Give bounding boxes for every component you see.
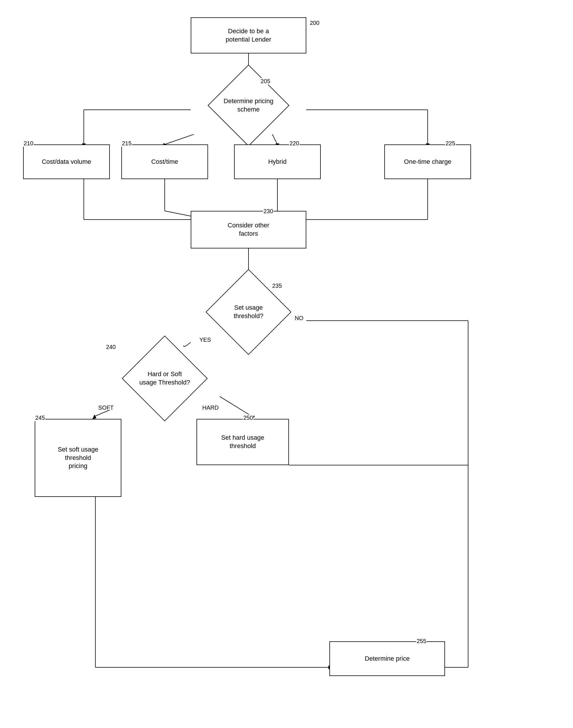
determine-price-box: Determine price bbox=[329, 641, 445, 676]
label-210: 210 bbox=[23, 140, 34, 147]
yes-label: YES bbox=[199, 337, 211, 343]
label-250: 250 bbox=[243, 414, 253, 421]
hybrid-box: Hybrid bbox=[234, 145, 321, 179]
cost-time-box: Cost/time bbox=[121, 145, 208, 179]
set-hard-box: Set hard usagethreshold bbox=[197, 419, 289, 465]
set-usage-diamond: Set usagethreshold? bbox=[191, 280, 306, 344]
no-label: NO bbox=[295, 315, 303, 322]
label-240: 240 bbox=[105, 344, 116, 350]
svg-marker-33 bbox=[93, 415, 96, 419]
one-time-box: One-time charge bbox=[384, 145, 471, 179]
set-soft-box: Set soft usagethresholdpricing bbox=[35, 419, 121, 497]
label-225: 225 bbox=[445, 140, 456, 147]
label-220: 220 bbox=[289, 140, 300, 147]
consider-box: Consider otherfactors bbox=[191, 211, 306, 248]
label-230: 230 bbox=[263, 208, 274, 215]
hard-soft-diamond: Hard or Softusage Threshold? bbox=[110, 347, 220, 410]
label-200: 200 bbox=[309, 20, 320, 26]
label-235: 235 bbox=[272, 283, 282, 289]
hard-label: HARD bbox=[202, 404, 219, 411]
label-255: 255 bbox=[416, 638, 427, 645]
decide-box: Decide to be apotential Lender bbox=[191, 17, 306, 53]
label-215: 215 bbox=[121, 140, 132, 147]
flowchart: Decide to be apotential Lender 200 Deter… bbox=[0, 0, 573, 728]
determine-pricing-diamond: Determine pricingscheme bbox=[191, 76, 306, 134]
soft-label: SOFT bbox=[98, 404, 113, 411]
cost-data-box: Cost/data volume bbox=[23, 145, 110, 179]
label-205: 205 bbox=[260, 78, 271, 85]
label-245: 245 bbox=[35, 414, 45, 421]
